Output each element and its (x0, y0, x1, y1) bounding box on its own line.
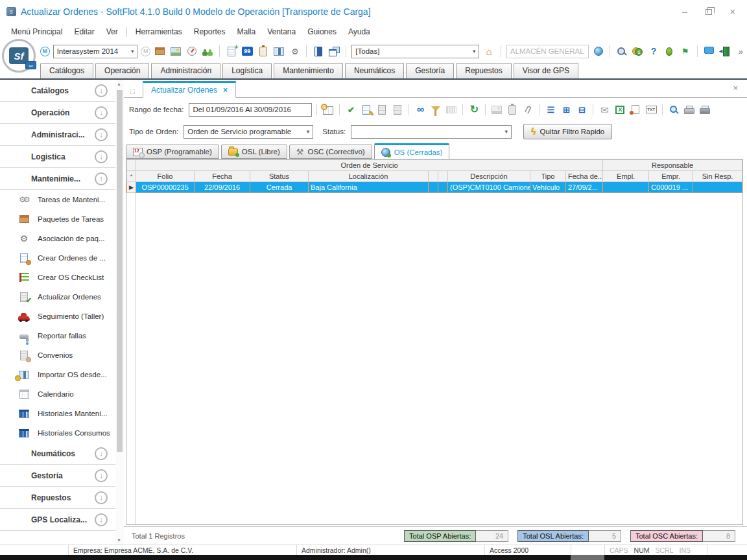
scroll-down-icon[interactable]: ▼ (117, 538, 121, 542)
scope-combobox[interactable]: [Todas] ▾ (351, 45, 479, 58)
col-empr[interactable]: Empr. (649, 171, 693, 182)
tab-os-cerradas[interactable]: OS (Cerradas) (374, 143, 450, 159)
sidebar-group-gestoria[interactable]: Gestoría ↓ (0, 465, 115, 487)
binoculars-icon[interactable]: ∞ (414, 103, 427, 116)
cell-tipo[interactable]: Vehículo (530, 182, 566, 193)
flag-icon[interactable]: ⚑ (679, 45, 691, 58)
menu-ver[interactable]: Ver (101, 27, 124, 36)
sidebar-group-operacion[interactable]: Operación ↓ (0, 102, 115, 124)
col-fecha[interactable]: Fecha (195, 171, 250, 182)
help-icon[interactable]: ? (647, 45, 659, 58)
tab-close-icon[interactable]: × (223, 86, 228, 95)
txt-export-icon[interactable]: TXT (645, 103, 658, 116)
cell-blank2[interactable] (438, 182, 448, 193)
tab-osp-programable[interactable]: 12 OSP (Programable) (126, 145, 219, 159)
profile-m-icon[interactable]: M (40, 47, 50, 56)
cell-fecha[interactable]: 22/09/2016 (195, 182, 250, 193)
sidebar-scrollbar[interactable]: ▲ ▼ (115, 80, 124, 544)
cell-status[interactable]: Cerrada (250, 182, 309, 193)
clipboard-icon[interactable] (257, 45, 269, 58)
printer-icon[interactable] (683, 103, 696, 116)
sidebar-item-crear-os-checklist[interactable]: Crear OS CheckList (0, 268, 115, 287)
col-folio[interactable]: Folio (136, 171, 195, 182)
sidebar-item-asociacion-paquetes[interactable]: ⚙ Asociación de paq... (0, 229, 115, 248)
sidebar-item-tareas-mantenimiento[interactable]: ⚙⚙ Tareas de Manteni... (0, 190, 115, 209)
col-localizacion[interactable]: Localización (309, 171, 429, 182)
menu-herramientas[interactable]: Herramientas (130, 27, 188, 36)
bug-icon[interactable] (663, 45, 676, 58)
book-icon[interactable] (312, 45, 324, 58)
exit-door-icon[interactable]: ◂ (718, 45, 731, 58)
printer-settings-icon[interactable] (698, 103, 711, 116)
tree-collapse-icon[interactable]: ⊟ (575, 103, 588, 116)
cell-empl[interactable] (603, 182, 649, 193)
col-blank2[interactable] (438, 171, 448, 182)
tab-administracion[interactable]: Administración (151, 63, 220, 78)
table-row[interactable]: ▶ OSP00000235 22/09/2016 Cerrada Baja Ca… (127, 182, 742, 193)
col-empl[interactable]: Empl. (603, 171, 649, 182)
sidebar-group-catalogos[interactable]: Catálogos ↓ (0, 80, 115, 102)
users-icon[interactable] (202, 45, 214, 58)
email-icon[interactable]: ✉ (598, 103, 611, 116)
new-document-icon[interactable]: + (225, 45, 237, 58)
filter-funnel-icon[interactable] (429, 103, 442, 116)
calendar-search-icon[interactable] (322, 103, 335, 116)
toolbar-overflow-icon[interactable]: » (735, 45, 747, 58)
sidebar-item-convenios[interactable]: Convenios (0, 345, 115, 365)
col-fecha-de[interactable]: Fecha de... (566, 171, 603, 182)
globe-icon[interactable] (592, 45, 604, 58)
excel-export-icon[interactable]: X (613, 103, 626, 116)
warehouse-input[interactable]: ALMACÉN GENERAL (506, 45, 589, 58)
scrollbar-thumb[interactable] (117, 90, 123, 452)
grid-panel-icon[interactable] (272, 45, 285, 58)
menu-reportes[interactable]: Reportes (188, 27, 231, 36)
edit-document-icon[interactable]: ✎ (360, 103, 373, 116)
chat-icon[interactable] (703, 45, 715, 58)
sidebar-item-reportar-fallas[interactable]: Reportar fallas (0, 326, 115, 345)
tree-expand-icon[interactable]: ⊞ (560, 103, 573, 116)
restore-button[interactable] (706, 9, 712, 15)
tab-visor-gps[interactable]: Visor de GPS (514, 63, 578, 78)
profile-combobox[interactable]: Interasystem 2014 ▾ (53, 45, 138, 58)
close-button[interactable]: × (730, 6, 735, 17)
home-icon[interactable]: ⌂ (482, 45, 495, 58)
tab-gestoria[interactable]: Gestoría (406, 63, 454, 78)
cell-empr[interactable]: C000019 ... (649, 182, 693, 193)
cell-folio[interactable]: OSP00000235 (136, 182, 195, 193)
col-blank1[interactable] (429, 171, 438, 182)
sidebar-item-importar-os[interactable]: Importar OS desde... (0, 365, 115, 384)
tab-osl-libre[interactable]: OSL (Libre) (221, 145, 287, 159)
sidebar-item-paquetes-tareas[interactable]: Paquetes de Tareas (0, 209, 115, 229)
cell-sin-resp[interactable] (693, 182, 742, 193)
archive-box-icon[interactable] (154, 45, 166, 58)
tab-logistica[interactable]: Logística (222, 63, 272, 78)
sidebar-group-gps[interactable]: GPS Localiza... ↓ (0, 509, 115, 531)
date-range-input[interactable]: Del 01/09/2016 Al 30/09/2016 (189, 103, 312, 117)
sidebar-item-crear-ordenes[interactable]: Crear Ordenes de ... (0, 248, 115, 268)
barcode-icon[interactable] (445, 103, 458, 116)
apply-check-icon[interactable]: ✔ (344, 103, 357, 116)
badge-99-icon[interactable]: 99 (241, 45, 254, 58)
tab-repuestos[interactable]: Repuestos (456, 63, 511, 78)
sidebar-item-seguimiento-taller[interactable]: Seguimiento (Taller) (0, 307, 115, 326)
menu-editar[interactable]: Editar (68, 27, 100, 36)
windows-cascade-icon[interactable] (328, 45, 340, 58)
sidebar-group-logistica[interactable]: Logistica ↓ (0, 146, 115, 168)
sidebar-group-administracion[interactable]: Administraci... ↓ (0, 124, 115, 146)
tab-catalogos[interactable]: Catálogos (40, 63, 93, 78)
scroll-up-icon[interactable]: ▲ (117, 82, 121, 86)
print-preview-icon[interactable] (667, 103, 680, 116)
quitar-filtro-button[interactable]: ϟ Quitar Filtro Rapido (523, 124, 612, 139)
sidebar-item-calendario[interactable]: Calendario (0, 384, 115, 404)
col-tipo[interactable]: Tipo (530, 171, 566, 182)
menu-ayuda[interactable]: Ayuda (342, 27, 376, 36)
tab-mantenimiento[interactable]: Mantenimiento (274, 63, 343, 78)
tab-osc-correctivo[interactable]: ⚒ OSC (Correctivo) (289, 145, 372, 159)
menu-ventana[interactable]: Ventana (261, 27, 302, 36)
tipo-orden-combobox[interactable]: Orden de Servicio programable ▾ (184, 125, 313, 139)
menu-malla[interactable]: Malla (231, 27, 261, 36)
refresh-icon[interactable]: ↻ (468, 103, 480, 116)
sidebar-item-historiales-mantenimiento[interactable]: Historiales Manteni... (0, 404, 115, 423)
col-sin-resp[interactable]: Sin Resp. (693, 171, 742, 182)
sidebar-group-mantenimiento[interactable]: Mantenimie... ↑ (0, 168, 115, 190)
